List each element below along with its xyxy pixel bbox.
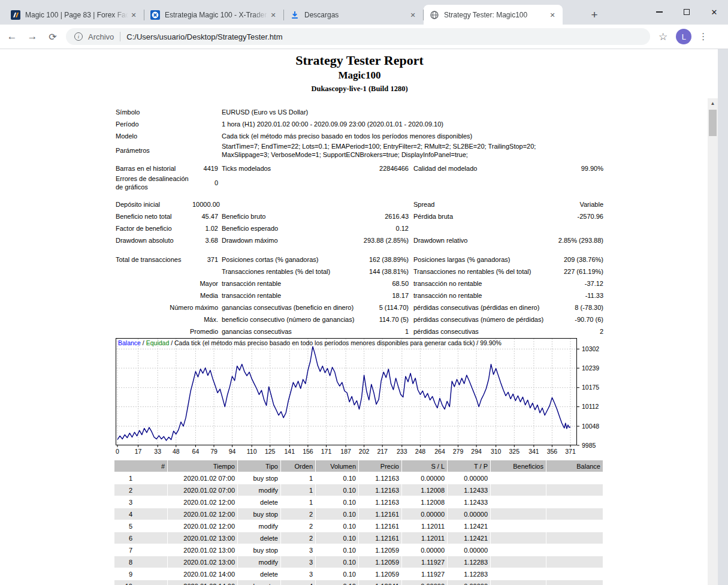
summary-cell: Drawdown relativo bbox=[409, 236, 533, 245]
trades-cell: 2 bbox=[281, 508, 315, 520]
trades-cell: 0.10 bbox=[316, 556, 358, 568]
summary-cell: Transacciones rentables (% del total) bbox=[222, 267, 360, 276]
trades-cell: delete bbox=[238, 568, 280, 580]
svg-text:48: 48 bbox=[173, 448, 180, 455]
table-row: 42020.01.02 12:00buy stop20.101.121610.0… bbox=[114, 508, 603, 520]
trades-cell: modify bbox=[238, 556, 280, 568]
summary-cell: Cada tick (el método más preciso basado … bbox=[222, 132, 603, 140]
summary-cell: Total de transacciones bbox=[116, 255, 192, 264]
trades-cell bbox=[491, 520, 546, 532]
trades-header-cell: S / L bbox=[402, 460, 447, 472]
summary-cell: Número máximo bbox=[116, 303, 222, 312]
summary-cell: Spread bbox=[409, 200, 533, 209]
trades-cell: 2020.01.02 12:00 bbox=[168, 520, 237, 532]
trades-cell bbox=[546, 556, 603, 568]
summary-row: Período1 hora (H1) 2020.01.02 00:00 - 20… bbox=[116, 118, 603, 130]
summary-cell: 8 (-78.30) bbox=[533, 303, 603, 312]
trades-cell bbox=[546, 484, 603, 496]
summary-cell: 2616.43 bbox=[360, 212, 409, 221]
page-info-icon[interactable]: i bbox=[74, 32, 83, 41]
download-icon bbox=[290, 10, 300, 20]
trades-cell: 4 bbox=[281, 580, 315, 585]
tab-4[interactable]: Strategy Tester: Magic100✕ bbox=[424, 5, 563, 25]
trades-cell: 0.00000 bbox=[448, 544, 490, 556]
forward-button[interactable]: → bbox=[24, 28, 41, 45]
summary-cell: Variable bbox=[533, 200, 603, 209]
svg-text:217: 217 bbox=[377, 448, 388, 455]
tab-2[interactable]: Estrategia Magic 100 - X-Trader.n✕ bbox=[144, 5, 283, 25]
close-button[interactable]: ✕ bbox=[700, 0, 728, 24]
trades-cell: 1.12433 bbox=[448, 496, 490, 508]
summary-table: SímboloEURUSD (Euro vs US Dollar)Período… bbox=[116, 106, 603, 337]
trades-cell: 8 bbox=[114, 556, 167, 568]
scroll-up-arrow[interactable]: ▲ bbox=[708, 98, 718, 108]
tab-close-icon[interactable]: ✕ bbox=[128, 10, 139, 20]
summary-cell: Drawdown absoluto bbox=[116, 236, 192, 245]
trades-header-row: #TiempoTipoOrdenVolumenPrecioS / LT / PB… bbox=[114, 460, 603, 472]
svg-text:171: 171 bbox=[321, 448, 332, 455]
summary-cell: Beneficio esperado bbox=[222, 224, 360, 233]
scrollbar-thumb[interactable] bbox=[709, 110, 717, 136]
svg-text:10112: 10112 bbox=[582, 403, 599, 410]
summary-row: Transacciones rentables (% del total)144… bbox=[116, 266, 603, 278]
svg-text:233: 233 bbox=[397, 448, 407, 455]
trades-cell: 2020.01.02 13:00 bbox=[168, 556, 237, 568]
menu-dots-icon[interactable]: ⋮ bbox=[699, 31, 708, 42]
back-button[interactable]: ← bbox=[4, 28, 20, 45]
tab-1[interactable]: Magic 100 | Page 83 | Forex Facto✕ bbox=[5, 5, 144, 25]
legend-equity: Equidad bbox=[146, 339, 170, 346]
summary-cell: transacción no rentable bbox=[409, 279, 533, 288]
tab-strip: Magic 100 | Page 83 | Forex Facto✕Estrat… bbox=[0, 0, 728, 25]
summary-cell: 68.50 bbox=[360, 279, 409, 288]
svg-text:141: 141 bbox=[285, 448, 295, 455]
summary-cell: Parámetros bbox=[116, 146, 192, 155]
summary-cell: Promedio bbox=[116, 327, 222, 336]
legend-separator: / bbox=[169, 339, 174, 346]
legend-separator: / bbox=[475, 339, 480, 346]
section-gap bbox=[116, 191, 603, 198]
tab-close-icon[interactable]: ✕ bbox=[268, 10, 279, 20]
tab-3[interactable]: Descargas✕ bbox=[284, 5, 423, 25]
table-row: 32020.01.02 12:00delete10.101.121631.120… bbox=[114, 496, 603, 508]
maximize-button[interactable] bbox=[673, 0, 700, 24]
trades-cell: 3 bbox=[114, 496, 167, 508]
minimize-button[interactable] bbox=[645, 0, 673, 24]
window-controls: ✕ bbox=[645, 0, 728, 24]
address-bar[interactable]: i Archivo C:/Users/usuario/Desktop/Strat… bbox=[66, 28, 650, 45]
back-icon: ← bbox=[7, 31, 17, 43]
vertical-scrollbar[interactable]: ▲ ▼ bbox=[708, 98, 718, 585]
tab-close-icon[interactable]: ✕ bbox=[407, 10, 418, 20]
summary-cell: 10000.00 bbox=[192, 200, 222, 209]
tab-close-icon[interactable]: ✕ bbox=[547, 10, 558, 20]
new-tab-button[interactable]: + bbox=[587, 8, 602, 23]
trades-cell: buy stop bbox=[238, 508, 280, 520]
trades-cell: 0.10 bbox=[316, 544, 358, 556]
avatar[interactable]: L bbox=[676, 29, 691, 44]
trades-cell: 1 bbox=[281, 496, 315, 508]
svg-text:110: 110 bbox=[247, 448, 257, 455]
summary-cell: 0 bbox=[192, 179, 222, 187]
summary-cell: Período bbox=[116, 120, 192, 128]
reload-icon: ⟳ bbox=[49, 31, 56, 43]
tab-title: Strategy Tester: Magic100 bbox=[444, 11, 547, 19]
trades-cell: 1.12059 bbox=[359, 556, 401, 568]
legend-separator: / bbox=[141, 339, 146, 346]
tab-title: Estrategia Magic 100 - X-Trader.n bbox=[165, 11, 268, 19]
trades-cell bbox=[546, 580, 603, 585]
bookmark-star-icon[interactable]: ☆ bbox=[658, 31, 667, 43]
svg-text:9985: 9985 bbox=[582, 442, 596, 449]
trades-cell: buy stop bbox=[238, 544, 280, 556]
summary-cell: StartTime=7; EndTime=22; Lots=0.1; EMAPe… bbox=[222, 142, 581, 159]
table-row: 22020.01.02 07:00modify10.101.121631.120… bbox=[114, 484, 603, 496]
summary-cell: ganancias consecutivas bbox=[222, 327, 360, 336]
trades-cell bbox=[491, 472, 546, 484]
summary-cell: Beneficio bruto bbox=[222, 212, 360, 221]
trades-cell: 9 bbox=[114, 568, 167, 580]
summary-cell: Máx. bbox=[116, 315, 222, 324]
summary-cell: transacción rentable bbox=[222, 279, 360, 288]
forex-factory-icon bbox=[11, 10, 20, 20]
table-row: 12020.01.02 07:00buy stop10.101.121630.0… bbox=[114, 472, 603, 484]
svg-text:341: 341 bbox=[528, 448, 539, 455]
reload-button[interactable]: ⟳ bbox=[44, 28, 61, 45]
summary-cell: Ticks modelados bbox=[222, 164, 360, 173]
